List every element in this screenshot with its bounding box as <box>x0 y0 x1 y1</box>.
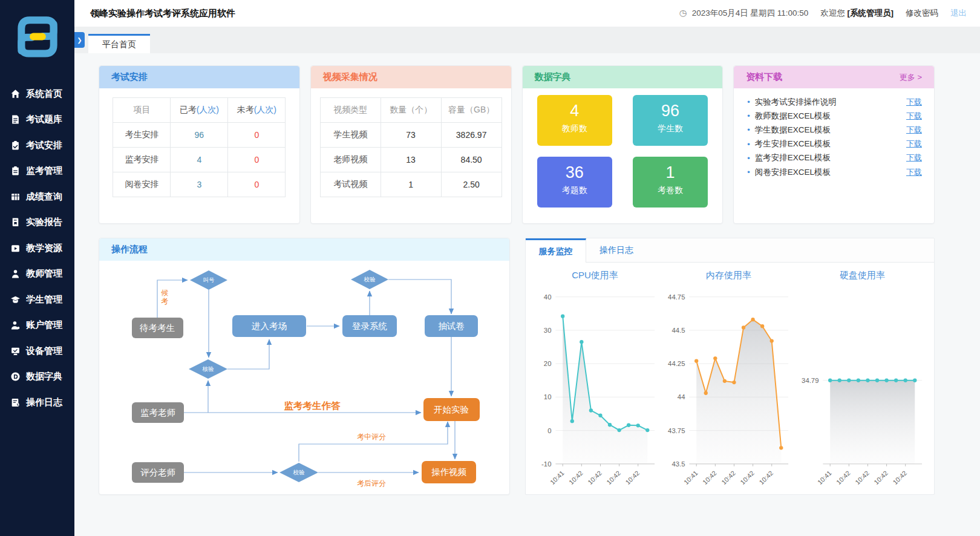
svg-text:43.5: 43.5 <box>671 460 685 468</box>
downloads-list: •实验考试安排操作说明下载•教师数据EXCEL模板下载•学生数据EXCEL模板下… <box>734 88 934 179</box>
sidebar-item-teaching-resources[interactable]: 教学资源 <box>0 235 74 261</box>
tab-service-monitor[interactable]: 服务监控 <box>526 238 586 263</box>
logout-link[interactable]: 退出 <box>950 8 967 19</box>
sidebar-item-label: 操作日志 <box>26 397 62 408</box>
svg-text:44.5: 44.5 <box>671 327 685 334</box>
tab-platform-home[interactable]: 平台首页 <box>88 34 150 53</box>
sidebar-item-label: 设备管理 <box>26 345 62 357</box>
content: 考试安排 项目已考(人次)未考(人次)考生安排960监考安排40阅卷安排30 视… <box>74 53 980 495</box>
chart-disk: 硬盘使用率34.7910:4110:4210:4210:4210:42 <box>795 266 929 494</box>
svg-text:44: 44 <box>678 393 685 400</box>
download-item: •实验考试安排操作说明下载 <box>747 95 922 109</box>
exam-schedule-icon <box>10 140 21 151</box>
sidebar-item-label: 数据字典 <box>26 371 62 382</box>
svg-text:-10: -10 <box>541 460 551 468</box>
sidebar-item-device[interactable]: 设备管理 <box>0 338 74 364</box>
svg-text:0: 0 <box>547 427 551 434</box>
sidebar-item-teacher[interactable]: 教师管理 <box>0 261 74 287</box>
sidebar-item-question-bank[interactable]: 考试题库 <box>0 107 74 133</box>
operation-log-icon <box>10 397 21 408</box>
table-row: 阅卷安排30 <box>113 172 286 197</box>
teaching-resources-icon <box>10 243 21 253</box>
card-downloads: 资料下载 更多 > •实验考试安排操作说明下载•教师数据EXCEL模板下载•学生… <box>733 65 935 224</box>
flow-node-call-number: 叫号 <box>203 276 215 283</box>
sidebar-item-lab-report[interactable]: 实验报告 <box>0 210 74 236</box>
card-operation-flow: 操作流程 <box>99 238 510 495</box>
sidebar-item-account[interactable]: 账户管理 <box>0 313 74 339</box>
download-link[interactable]: 下载 <box>906 111 922 122</box>
flow-node-check-top: 校验 <box>364 276 376 283</box>
dictionary-icon <box>10 371 21 382</box>
sidebar-item-label: 监考管理 <box>26 165 62 177</box>
sidebar-item-operation-log[interactable]: 操作日志 <box>0 390 74 416</box>
flow-node-start-experiment: 开始实验 <box>434 405 469 414</box>
download-link[interactable]: 下载 <box>906 97 922 108</box>
table-row: 考试视频12.50 <box>320 172 501 197</box>
flow-node-verify: 核验 <box>202 365 215 372</box>
sidebar-item-label: 实验报告 <box>26 217 62 228</box>
table-column-header: 未考(人次) <box>228 98 286 123</box>
row-value: 84.50 <box>441 148 501 172</box>
row-value[interactable]: 4 <box>171 148 228 172</box>
sidebar-collapse-button[interactable]: ❯ <box>74 32 85 48</box>
bullet-icon: • <box>747 140 750 149</box>
monitor-panel: 服务监控 操作日志 CPU使用率403020100-1010:4110:4210… <box>525 238 935 495</box>
tile-label: 教师数 <box>537 123 612 134</box>
download-link[interactable]: 下载 <box>906 139 922 149</box>
sidebar-item-exam-schedule[interactable]: 考试安排 <box>0 132 74 159</box>
card-exam-schedule-header: 考试安排 <box>99 66 299 88</box>
lab-report-icon <box>10 217 21 227</box>
row-label: 阅卷安排 <box>113 172 171 197</box>
page-title: 领峰实验操作考试考评系统应用软件 <box>90 8 235 19</box>
download-item-name: 学生数据EXCEL模板 <box>755 125 831 136</box>
tab-operation-log[interactable]: 操作日志 <box>586 238 647 262</box>
svg-text:44.25: 44.25 <box>668 360 685 367</box>
svg-text:10:41: 10:41 <box>549 469 566 486</box>
dict-tile-教师数: 4教师数 <box>537 95 612 146</box>
download-link[interactable]: 下载 <box>906 167 922 178</box>
card-downloads-header: 资料下载 更多 > <box>734 66 934 88</box>
svg-text:10:42: 10:42 <box>872 469 889 486</box>
flow-label-waiting: 候考 <box>161 289 168 306</box>
video-capture-table: 视频类型数量（个）容量（GB）学生视频733826.97老师视频1384.50考… <box>320 97 502 197</box>
bullet-icon: • <box>747 125 750 134</box>
sidebar-item-dictionary[interactable]: 数据字典 <box>0 364 74 390</box>
dict-tile-学生数: 96学生数 <box>633 95 708 146</box>
row-value[interactable]: 96 <box>171 123 228 148</box>
data-dictionary-tiles: 4教师数96学生数36考题数1考卷数 <box>523 88 723 214</box>
downloads-more-link[interactable]: 更多 > <box>900 72 922 83</box>
app-logo <box>0 0 74 68</box>
svg-text:10:42: 10:42 <box>605 469 622 486</box>
download-link[interactable]: 下载 <box>906 125 922 136</box>
sidebar-item-label: 系统首页 <box>26 88 62 100</box>
sidebar-item-student[interactable]: 学生管理 <box>0 287 74 313</box>
svg-text:10:42: 10:42 <box>854 469 871 486</box>
flow-node-proctor-teacher: 监考老师 <box>140 408 175 417</box>
flow-label-proctor-answer: 监考考生作答 <box>284 400 341 411</box>
row-value[interactable]: 3 <box>171 172 228 197</box>
row-value: 0 <box>228 123 286 148</box>
datetime: ◷ 2023年05月4日 星期四 11:00:50 <box>679 8 809 19</box>
download-item: •阅卷安排EXCEL模板下载 <box>747 165 922 179</box>
card-operation-flow-header: 操作流程 <box>99 238 509 261</box>
tile-label: 考卷数 <box>633 185 708 196</box>
scores-icon <box>10 192 21 202</box>
tile-value: 1 <box>633 163 708 182</box>
flow-label-scoring-during: 考中评分 <box>357 433 386 441</box>
sidebar-item-proctor[interactable]: 监考管理 <box>0 159 74 185</box>
sidebar-item-label: 考试题库 <box>26 114 62 125</box>
row-label: 老师视频 <box>320 148 381 172</box>
change-password-link[interactable]: 修改密码 <box>906 8 938 19</box>
sidebar-item-home[interactable]: 系统首页 <box>0 81 74 107</box>
bullet-icon: • <box>747 168 750 177</box>
sidebar-item-label: 成绩查询 <box>26 191 62 203</box>
row-label: 监考安排 <box>113 148 171 172</box>
device-icon <box>10 346 21 356</box>
main-area: 领峰实验操作考试考评系统应用软件 ◷ 2023年05月4日 星期四 11:00:… <box>74 0 980 536</box>
svg-text:30: 30 <box>544 327 552 334</box>
home-icon <box>10 89 21 99</box>
account-icon <box>10 320 21 330</box>
download-link[interactable]: 下载 <box>906 152 922 163</box>
sidebar-item-scores[interactable]: 成绩查询 <box>0 184 74 210</box>
flow-node-scoring-teacher: 评分老师 <box>140 468 175 477</box>
